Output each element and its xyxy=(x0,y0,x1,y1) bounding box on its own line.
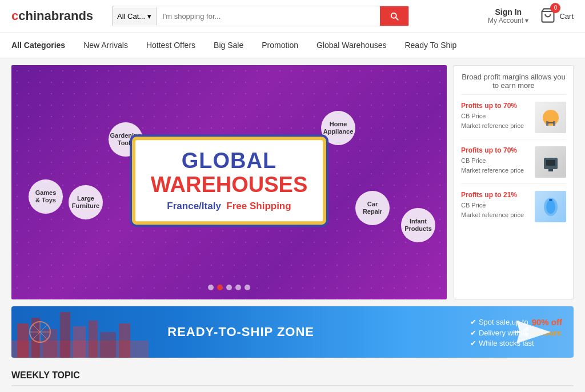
profit-info-2: Profits up to 70% CB Price Market refere… xyxy=(461,146,530,175)
banner-free-shipping: Free Shipping xyxy=(226,201,291,211)
slide-dot-1[interactable] xyxy=(208,285,214,290)
banner-label-home: Home Appliance xyxy=(321,111,355,145)
search-area: All Cat... ▾ xyxy=(112,6,409,26)
banner-title2: WAREHOUSES xyxy=(149,173,309,197)
logo-c: c xyxy=(11,9,18,23)
banner-slide: Gardening Tools Home Appliance Games & T… xyxy=(11,65,447,299)
plane-icon xyxy=(505,315,556,349)
profit-info-1: Profits up to 70% CB Price Market refere… xyxy=(461,102,530,130)
slide-dot-4[interactable] xyxy=(235,285,241,290)
logo[interactable]: cchinabrands xyxy=(11,9,103,23)
svg-rect-16 xyxy=(73,326,86,358)
banner-label-infant: Infant Products xyxy=(401,208,435,242)
slide-dot-5[interactable] xyxy=(245,285,250,290)
dropdown-arrow-icon: ▾ xyxy=(147,12,151,21)
weekly-section: WEEKLY TOPIC xyxy=(11,365,574,386)
logo-text: cchinabrands xyxy=(11,9,93,23)
svg-rect-17 xyxy=(89,321,98,358)
product-thumb-1[interactable] xyxy=(535,102,566,133)
profit-pct-1: Profits up to 70% xyxy=(461,102,530,110)
banner-label-car: Car Repair xyxy=(355,191,390,225)
weekly-title: WEEKLY TOPIC xyxy=(11,370,574,381)
banner-label-games: Games & Toys xyxy=(29,179,63,214)
nav-new-arrivals[interactable]: New Arrivals xyxy=(74,33,137,58)
sign-in-area[interactable]: Sign In My Account ▾ xyxy=(488,7,528,25)
slide-dot-3[interactable] xyxy=(226,285,232,290)
banner-subtitle: France/Italy Free Shipping xyxy=(149,201,309,212)
banner-frame: GLOBAL WAREHOUSES France/Italy Free Ship… xyxy=(132,137,326,225)
header: cchinabrands All Cat... ▾ Sign In My Acc… xyxy=(0,0,585,33)
my-account-label: My Account ▾ xyxy=(488,17,528,25)
header-right: Sign In My Account ▾ 0 Cart xyxy=(488,7,574,25)
svg-rect-7 xyxy=(548,169,553,171)
search-button[interactable] xyxy=(380,6,408,26)
main-nav: All Categories New Arrivals Hottest Offe… xyxy=(0,33,585,58)
svg-rect-12 xyxy=(17,323,29,358)
profit-pct-2: Profits up to 70% xyxy=(461,146,530,154)
profit-item-2: Profits up to 70% CB Price Market refere… xyxy=(461,146,566,184)
profit-label-3: CB Price Market reference price xyxy=(461,201,530,219)
profit-item-1: Profits up to 70% CB Price Market refere… xyxy=(461,102,566,139)
profit-item-3: Profits up to 21% CB Price Market refere… xyxy=(461,191,566,228)
rts-city-icon xyxy=(11,306,149,358)
cart-badge: 0 xyxy=(550,3,560,13)
nav-promotion[interactable]: Promotion xyxy=(253,33,307,58)
search-input[interactable] xyxy=(157,7,380,25)
product-thumb-3[interactable] xyxy=(535,191,566,222)
banner-title1: GLOBAL xyxy=(149,149,309,173)
profit-sidebar: Broad profit margins allows you to earn … xyxy=(454,65,574,299)
profit-label-2: CB Price Market reference price xyxy=(461,156,530,175)
profit-info-3: Profits up to 21% CB Price Market refere… xyxy=(461,191,530,219)
weekly-divider xyxy=(11,385,574,386)
product-image-3 xyxy=(539,195,562,218)
cart-area[interactable]: 0 Cart xyxy=(540,7,574,25)
profit-pct-3: Profits up to 21% xyxy=(461,191,530,199)
search-icon xyxy=(389,11,399,21)
svg-rect-18 xyxy=(100,332,116,358)
sidebar-header: Broad profit margins allows you to earn … xyxy=(461,73,566,95)
slide-dot-2[interactable] xyxy=(217,285,223,290)
nav-big-sale[interactable]: Big Sale xyxy=(205,33,253,58)
product-image-2 xyxy=(539,151,562,174)
nav-all-categories[interactable]: All Categories xyxy=(11,33,74,58)
svg-rect-6 xyxy=(546,160,555,166)
cart-icon-wrap: 0 xyxy=(540,7,556,25)
profit-label-1: CB Price Market reference price xyxy=(461,111,530,130)
nav-hottest-offers[interactable]: Hottest Offers xyxy=(137,33,205,58)
product-thumb-2[interactable] xyxy=(535,146,566,178)
svg-rect-13 xyxy=(31,318,40,358)
svg-rect-19 xyxy=(119,323,130,358)
cart-label: Cart xyxy=(559,12,574,21)
svg-rect-15 xyxy=(60,312,70,358)
svg-point-9 xyxy=(546,200,555,214)
logo-brand: chinabrands xyxy=(18,9,93,23)
slide-dots xyxy=(208,285,250,290)
sign-in-label: Sign In xyxy=(488,7,528,17)
banner-label-furniture: Large Furniture xyxy=(69,185,103,219)
main-content: Gardening Tools Home Appliance Games & T… xyxy=(0,58,585,306)
nav-ready-to-ship[interactable]: Ready To Ship xyxy=(395,33,466,58)
category-dropdown[interactable]: All Cat... ▾ xyxy=(113,7,157,25)
category-label: All Cat... xyxy=(117,12,145,21)
banner-area: Gardening Tools Home Appliance Games & T… xyxy=(11,65,447,299)
svg-rect-10 xyxy=(549,199,552,201)
product-image-1 xyxy=(539,106,562,129)
rts-banner[interactable]: READY-TO-SHIP ZONE ✔ Spot sale,up to 90%… xyxy=(11,306,574,358)
banner-subtitle-text: France/Italy xyxy=(167,201,221,211)
nav-global-warehouses[interactable]: Global Warehouses xyxy=(307,33,395,58)
svg-rect-4 xyxy=(547,122,554,123)
